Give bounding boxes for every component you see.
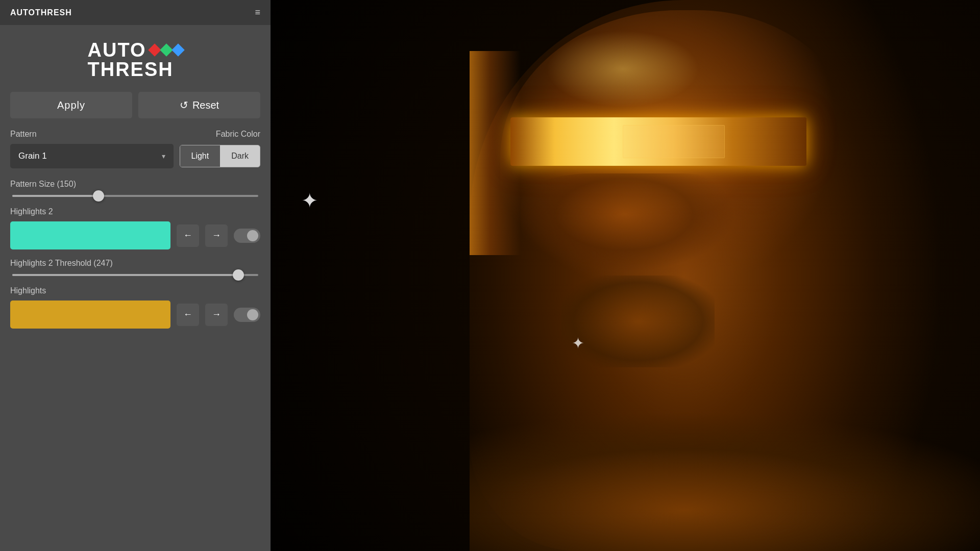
sidebar: AUTOTHRESH ≡ AUTO THRESH Apply ↺ Reset (0, 0, 271, 551)
highlights-arrow-left[interactable]: ← (177, 304, 199, 326)
highlights2-toggle[interactable] (234, 229, 260, 243)
highlights-toggle[interactable] (234, 308, 260, 322)
highlights2-toggle-thumb (247, 230, 258, 241)
highlights-section: Highlights ← → (10, 286, 260, 329)
pattern-selected: Grain 1 (18, 151, 47, 161)
highlights-color-swatch[interactable] (10, 300, 170, 329)
robot-highlight-top (546, 31, 699, 107)
pattern-size-slider[interactable] (12, 195, 258, 197)
highlights2-color-swatch[interactable] (10, 221, 170, 249)
highlights2-controls: ← → (10, 221, 260, 249)
highlights2-section: Highlights 2 ← → (10, 207, 260, 249)
pattern-fabric-labels: Pattern Fabric Color (10, 130, 260, 139)
highlights-label: Highlights (10, 286, 260, 295)
robot-chin (521, 173, 750, 276)
logo-area: AUTO THRESH (0, 25, 271, 92)
logo-diamonds (150, 45, 183, 55)
menu-icon[interactable]: ≡ (255, 7, 260, 18)
fabric-dark-button[interactable]: Dark (220, 145, 260, 167)
robot-body (470, 0, 980, 551)
highlights2-threshold-label: Highlights 2 Threshold (247) (10, 259, 260, 268)
action-buttons-row: Apply ↺ Reset (10, 92, 260, 118)
highlights2-arrow-right[interactable]: → (205, 224, 228, 247)
reset-icon: ↺ (180, 99, 188, 111)
robot-edge-light (470, 51, 521, 255)
highlights2-threshold-section: Highlights 2 Threshold (247) (10, 259, 260, 276)
main-content: ✦ ✦ (271, 0, 980, 551)
pattern-dropdown[interactable]: Grain 1 ▾ (10, 144, 174, 168)
logo-line2: THRESH (88, 60, 174, 79)
app-title: AUTOTHRESH (10, 8, 72, 17)
highlights-arrow-right[interactable]: → (205, 304, 228, 326)
highlights2-threshold-thumb[interactable] (233, 269, 244, 281)
pattern-size-section: Pattern Size (150) (10, 180, 260, 197)
controls-panel: Apply ↺ Reset Pattern Fabric Color Grain… (0, 92, 271, 338)
apply-button[interactable]: Apply (10, 92, 132, 118)
sparkle-bottom-icon: ✦ (572, 334, 584, 352)
logo: AUTO THRESH (88, 40, 183, 79)
diamond-blue-icon (172, 43, 185, 56)
sidebar-header: AUTOTHRESH ≡ (0, 0, 271, 25)
robot-shoulder (470, 347, 980, 551)
sparkle-left-icon: ✦ (301, 189, 318, 212)
pattern-size-label: Pattern Size (150) (10, 180, 260, 189)
robot-neck (561, 276, 715, 367)
highlights-toggle-thumb (247, 309, 258, 320)
highlights2-label: Highlights 2 (10, 207, 260, 216)
highlights2-arrow-left[interactable]: ← (177, 224, 199, 247)
pattern-size-thumb[interactable] (93, 190, 104, 202)
visor-circuit (623, 125, 725, 158)
fabric-color-toggle: Light Dark (180, 145, 260, 167)
pattern-fabric-row: Grain 1 ▾ Light Dark (10, 144, 260, 168)
fabric-light-button[interactable]: Light (180, 145, 220, 167)
highlights-controls: ← → (10, 300, 260, 329)
highlights2-threshold-slider[interactable] (12, 274, 258, 276)
fabric-label: Fabric Color (216, 130, 260, 139)
reset-label: Reset (192, 99, 219, 111)
pattern-size-fill (12, 195, 99, 197)
reset-button[interactable]: ↺ Reset (138, 92, 260, 118)
chevron-down-icon: ▾ (162, 152, 165, 160)
highlights2-threshold-fill (12, 274, 238, 276)
pattern-label: Pattern (10, 130, 37, 139)
logo-line1: AUTO (88, 40, 146, 60)
